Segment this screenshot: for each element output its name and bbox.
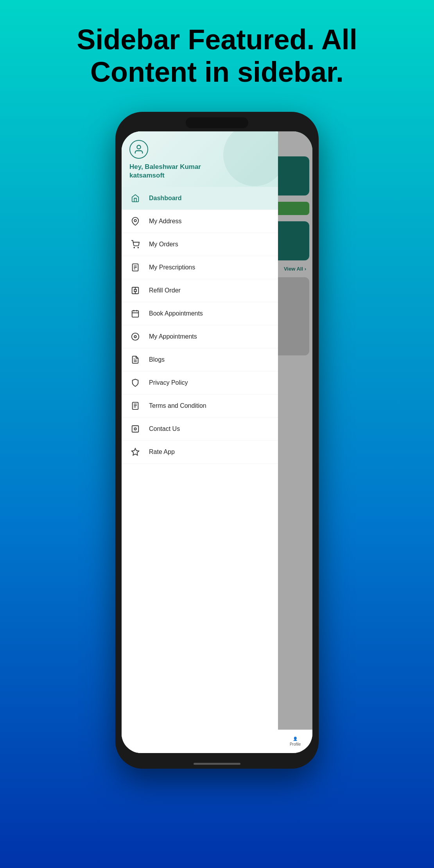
- user-name-text: Hey, Baleshwar Kumar: [129, 163, 201, 170]
- phone-mockup: 2:21 ✦ 🔇 VoLTE 📶 VoLTE 📶 47%🔋 🔔 🛒 nagar,…: [115, 112, 319, 769]
- sidebar-item-blogs[interactable]: Blogs: [122, 348, 278, 371]
- sidebar-item-label-my-appointments: My Appointments: [149, 333, 197, 340]
- calendar-icon: [129, 308, 141, 319]
- sidebar-item-book-appointments[interactable]: Book Appointments: [122, 302, 278, 325]
- sidebar-item-label-privacy-policy: Privacy Policy: [149, 379, 188, 386]
- svg-point-2: [134, 247, 135, 248]
- refill-icon: [129, 285, 141, 296]
- sidebar-user-header: Hey, Baleshwar Kumar katsamsoft: [122, 131, 278, 187]
- sidebar-item-label-blogs: Blogs: [149, 356, 165, 363]
- svg-marker-26: [132, 448, 139, 455]
- sidebar-item-label-dashboard: Dashboard: [149, 195, 182, 202]
- sidebar-item-my-prescriptions[interactable]: My Prescriptions: [122, 256, 278, 279]
- svg-point-25: [134, 428, 136, 430]
- sidebar-item-label-rate-app: Rate App: [149, 448, 175, 456]
- sidebar-item-label-book-appointments: Book Appointments: [149, 310, 203, 317]
- user-sub-text: katsamsoft: [129, 172, 165, 179]
- sidebar-item-my-address[interactable]: My Address: [122, 210, 278, 233]
- appointments-icon: [129, 331, 141, 343]
- svg-point-16: [134, 335, 136, 338]
- bottom-nav: 👤 Profile: [278, 730, 312, 753]
- sidebar-item-dashboard[interactable]: Dashboard: [122, 187, 278, 210]
- star-icon: [129, 446, 141, 458]
- sidebar-user-name: Hey, Baleshwar Kumar katsamsoft: [129, 163, 270, 180]
- phone-frame: 2:21 ✦ 🔇 VoLTE 📶 VoLTE 📶 47%🔋 🔔 🛒 nagar,…: [115, 112, 319, 769]
- prescription-icon: [129, 262, 141, 273]
- privacy-icon: [129, 377, 141, 389]
- sidebar-item-terms-and-condition[interactable]: Terms and Condition: [122, 395, 278, 418]
- svg-rect-24: [132, 426, 139, 432]
- svg-rect-11: [132, 310, 139, 317]
- sidebar-menu: Dashboard My Address My Orde: [122, 187, 278, 753]
- avatar: [129, 140, 148, 159]
- sidebar-item-label-my-prescriptions: My Prescriptions: [149, 264, 195, 271]
- terms-icon: [129, 400, 141, 412]
- sidebar-item-label-contact-us: Contact Us: [149, 425, 180, 432]
- headline-line2: Content in sidebar.: [90, 56, 344, 88]
- page-headline: Sidebar Featured. All Content in sidebar…: [53, 23, 381, 88]
- phone-screen: 2:21 ✦ 🔇 VoLTE 📶 VoLTE 📶 47%🔋 🔔 🛒 nagar,…: [122, 131, 312, 753]
- blog-icon: [129, 354, 141, 366]
- location-icon: [129, 215, 141, 227]
- sidebar-item-my-orders[interactable]: My Orders: [122, 233, 278, 256]
- svg-point-15: [132, 333, 139, 340]
- sidebar-item-privacy-policy[interactable]: Privacy Policy: [122, 371, 278, 395]
- svg-point-3: [138, 247, 138, 248]
- profile-tab[interactable]: 👤 Profile: [290, 737, 301, 746]
- svg-point-1: [134, 219, 136, 222]
- contact-icon: [129, 423, 141, 435]
- sidebar-item-refill-order[interactable]: Refill Order: [122, 279, 278, 302]
- sidebar-item-my-appointments[interactable]: My Appointments: [122, 325, 278, 348]
- overlay-dim: [278, 131, 312, 753]
- cart-sidebar-icon: [129, 239, 141, 250]
- sidebar-item-label-refill-order: Refill Order: [149, 287, 181, 294]
- sidebar-item-contact-us[interactable]: Contact Us: [122, 418, 278, 441]
- phone-home-indicator: [194, 763, 240, 765]
- profile-label: Profile: [290, 742, 301, 746]
- sidebar: Hey, Baleshwar Kumar katsamsoft Dashboar…: [122, 131, 278, 753]
- phone-camera-notch: [186, 117, 248, 128]
- headline-line1: Sidebar Featured. All: [77, 24, 357, 55]
- phone-top-bar: [115, 112, 319, 133]
- sidebar-item-label-my-address: My Address: [149, 218, 182, 225]
- home-icon: [129, 192, 141, 204]
- sidebar-item-label-terms-and-condition: Terms and Condition: [149, 402, 206, 409]
- svg-point-0: [137, 145, 140, 149]
- profile-icon: 👤: [293, 737, 298, 741]
- sidebar-item-label-my-orders: My Orders: [149, 241, 178, 248]
- sidebar-item-rate-app[interactable]: Rate App: [122, 441, 278, 464]
